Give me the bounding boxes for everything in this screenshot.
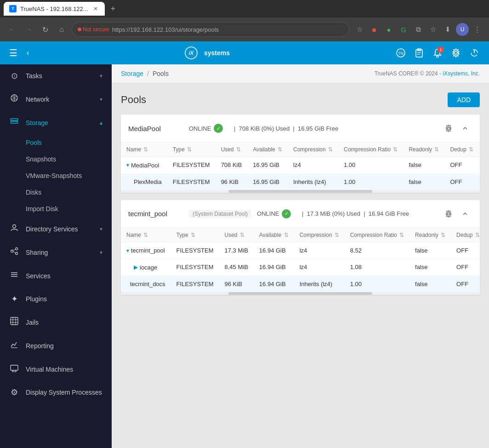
col-compression-ratio[interactable]: Compression Ratio ⇅: [345, 228, 409, 242]
col-name[interactable]: Name ⇅: [121, 228, 171, 242]
svg-point-9: [437, 56, 438, 57]
tab-title: TrueNAS - 192.168.122...: [20, 6, 88, 12]
sidebar-label-network: Network: [26, 96, 93, 103]
tasks-icon: ⊙: [9, 71, 19, 81]
back-button[interactable]: ←: [6, 23, 18, 36]
reload-button[interactable]: ↻: [39, 23, 51, 36]
sidebar-item-directory-services[interactable]: Directory Services ▾: [0, 217, 112, 241]
forward-button[interactable]: →: [22, 23, 35, 36]
hamburger-menu[interactable]: ☰: [7, 46, 19, 60]
cell-dedup: OFF: [451, 242, 480, 259]
sidebar: ⊙ Tasks ▾ Network ▾ Storage ▴ Po: [0, 64, 112, 448]
profile-button[interactable]: U: [456, 23, 469, 36]
storage-arrow-icon: ▴: [100, 120, 102, 126]
pool-settings-button-tecmint[interactable]: [441, 207, 456, 221]
sidebar-item-virtual-machines[interactable]: Virtual Machines: [0, 357, 112, 381]
home-button[interactable]: ⌂: [55, 23, 68, 36]
settings-gear-icon[interactable]: [449, 46, 463, 60]
col-comments[interactable]: Comm: [479, 143, 480, 157]
sidebar-item-sharing[interactable]: Sharing ▾: [0, 241, 112, 264]
sidebar-item-disks[interactable]: Disks: [0, 184, 112, 201]
menu-button[interactable]: ⋮: [471, 23, 483, 36]
cell-type: FILESYSTEM: [171, 276, 219, 292]
cell-compression: lz4: [288, 157, 338, 174]
col-used[interactable]: Used ⇅: [219, 228, 254, 242]
truenas-logo-icon[interactable]: TN: [393, 46, 408, 60]
bookmark-button[interactable]: ☆: [426, 23, 439, 36]
horizontal-scrollbar-mediapool[interactable]: [121, 190, 480, 193]
not-secure-icon: [78, 28, 81, 31]
tab-close-button[interactable]: ✕: [92, 5, 99, 12]
sidebar-item-services[interactable]: Services: [0, 264, 112, 287]
pool-settings-button-mediapool[interactable]: [441, 121, 456, 136]
extensions-button[interactable]: ⧉: [412, 23, 425, 36]
col-available[interactable]: Available ⇅: [254, 228, 294, 242]
cell-type: FILESYSTEM: [171, 242, 219, 259]
add-pool-button[interactable]: ADD: [448, 92, 480, 107]
svg-point-37: [448, 213, 450, 215]
svg-line-21: [13, 249, 16, 251]
sidebar-item-network[interactable]: Network ▾: [0, 87, 112, 111]
sidebar-item-pools[interactable]: Pools: [0, 134, 112, 151]
notification-bell-button[interactable]: 1: [430, 46, 445, 60]
sidebar-label-plugins: Plugins: [26, 295, 102, 303]
extension2-button[interactable]: ●: [382, 23, 395, 36]
extension3-button[interactable]: G: [397, 23, 410, 36]
col-dedup[interactable]: Dedup ⇅: [451, 228, 480, 242]
breadcrumb: Storage / Pools: [121, 70, 169, 77]
browser-tab-bar: T TrueNAS - 192.168.122... ✕ +: [0, 0, 489, 17]
col-dedup[interactable]: Dedup ⇅: [444, 143, 479, 157]
pool-header-mediapool: MediaPool ONLINE ✓ | 708 KiB (0%) Used |…: [121, 115, 480, 143]
svg-text:TN: TN: [398, 51, 404, 56]
sidebar-item-display-system-processes[interactable]: ⚙ Display System Processes: [0, 381, 112, 404]
horizontal-scrollbar-tecmint[interactable]: [121, 292, 480, 295]
extension1-button[interactable]: ■: [368, 23, 381, 36]
sidebar-item-snapshots[interactable]: Snapshots: [0, 151, 112, 167]
browser-tab[interactable]: T TrueNAS - 192.168.122... ✕: [4, 2, 105, 16]
sidebar-toggle-back[interactable]: ‹: [25, 47, 31, 59]
col-name[interactable]: Name ⇅: [121, 143, 167, 157]
sidebar-item-plugins[interactable]: ✦ Plugins: [0, 287, 112, 310]
pool-collapse-button-tecmint[interactable]: [458, 207, 472, 221]
table-row: ▶ iocage FILESYSTEM 8.45 MiB 16.94 GiB l…: [121, 259, 480, 276]
clipboard-icon[interactable]: [412, 46, 426, 60]
cell-compression-ratio: 8.52: [345, 242, 409, 259]
col-type[interactable]: Type ⇅: [167, 143, 216, 157]
col-readonly[interactable]: Readonly ⇅: [403, 143, 444, 157]
sidebar-item-jails[interactable]: Jails: [0, 310, 112, 334]
sidebar-label-services: Services: [26, 272, 102, 280]
cell-available: 16.95 GiB: [247, 173, 288, 190]
col-used[interactable]: Used ⇅: [216, 143, 248, 157]
main-layout: ⊙ Tasks ▾ Network ▾ Storage ▴ Po: [0, 64, 489, 448]
breadcrumb-storage-link[interactable]: Storage: [121, 70, 143, 77]
sidebar-item-tasks[interactable]: ⊙ Tasks ▾: [0, 64, 112, 87]
sidebar-item-vmware-snapshots[interactable]: VMware-Snapshots: [0, 167, 112, 184]
new-tab-button[interactable]: +: [107, 2, 119, 15]
bookmark-star-button[interactable]: ☆: [353, 23, 366, 36]
table-row: ▾ MediaPool FILESYSTEM 708 KiB 16.95 GiB…: [121, 157, 480, 174]
svg-point-20: [11, 250, 13, 253]
download-button[interactable]: ⬇: [441, 23, 454, 36]
sidebar-label-sharing: Sharing: [26, 249, 93, 256]
notification-count: 1: [438, 46, 444, 53]
svg-point-36: [448, 127, 450, 130]
col-compression[interactable]: Compression ⇅: [288, 143, 338, 157]
address-bar[interactable]: Not secure https://192.168.122.103/ui/st…: [72, 22, 349, 37]
sidebar-item-storage[interactable]: Storage ▴: [0, 111, 112, 134]
sharing-icon: [9, 247, 19, 258]
col-compression[interactable]: Compression ⇅: [294, 228, 345, 242]
pool-collapse-button-mediapool[interactable]: [458, 121, 472, 136]
plugins-icon: ✦: [9, 294, 19, 304]
network-arrow-icon: ▾: [100, 96, 102, 103]
col-compression-ratio[interactable]: Compression Ratio ⇅: [338, 143, 403, 157]
col-type[interactable]: Type ⇅: [171, 228, 219, 242]
cell-available: 16.94 GiB: [254, 276, 294, 292]
power-icon[interactable]: [467, 46, 482, 60]
pool-online-indicator: ✓: [282, 209, 291, 218]
ixsystems-link[interactable]: iXsystems, Inc.: [443, 70, 480, 77]
col-available[interactable]: Available ⇅: [247, 143, 288, 157]
sidebar-item-import-disk[interactable]: Import Disk: [0, 201, 112, 217]
cell-dedup: OFF: [451, 276, 480, 292]
sidebar-item-reporting[interactable]: Reporting: [0, 334, 112, 357]
col-readonly[interactable]: Readonly ⇅: [409, 228, 451, 242]
